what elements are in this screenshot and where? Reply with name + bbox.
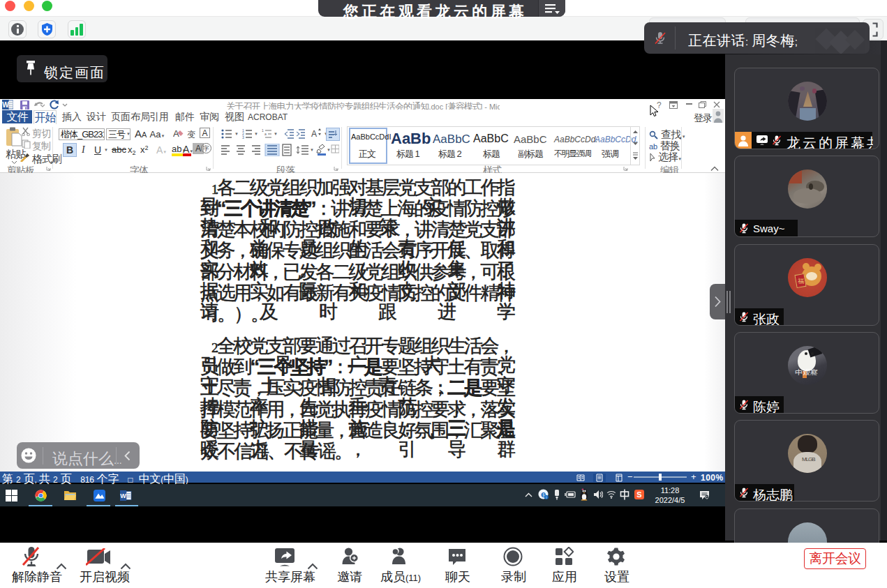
svg-text:1: 1 [262,128,264,133]
svg-text:W: W [120,492,126,499]
svg-text:▼: ▼ [254,132,258,136]
svg-text:3: 3 [242,135,244,140]
svg-text:S: S [636,490,641,499]
svg-text:▼: ▼ [274,132,278,136]
svg-text:i: i [546,496,546,499]
svg-text:W: W [2,101,9,109]
svg-text:A: A [311,129,317,139]
svg-text:▼: ▼ [327,148,331,152]
svg-text:▼: ▼ [310,148,314,152]
svg-text:▼: ▼ [234,132,239,136]
svg-text:a: a [264,132,267,136]
